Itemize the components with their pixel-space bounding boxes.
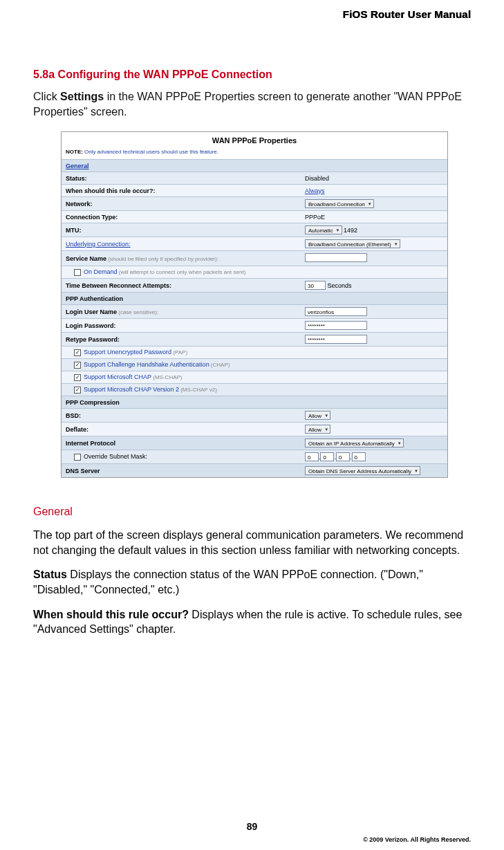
intro-bold: Settings (60, 91, 104, 102)
ip-header: Internet Protocol (62, 436, 301, 450)
status-bold: Status (33, 569, 67, 580)
pppcomp-header: PPP Compression (62, 396, 447, 409)
rpw-label: Retype Password: (62, 333, 301, 347)
dns-header: DNS Server (62, 464, 301, 478)
mtu-num: 1492 (344, 227, 357, 234)
note-text: Only advanced technical users should use… (83, 149, 218, 155)
osm-oct4[interactable]: 0 (352, 452, 366, 461)
reconnect-label: Time Between Reconnect Attempts: (62, 279, 301, 293)
general-subheading: General (33, 506, 471, 518)
screenshot-title: WAN PPPoE Properties (62, 132, 447, 147)
note-label: NOTE: (66, 149, 83, 155)
svcname-label: Service Name (66, 255, 106, 262)
network-select[interactable]: Broadband Connection (305, 199, 374, 208)
deflate-select[interactable]: Allow (305, 425, 330, 434)
status-label: Status: (62, 172, 301, 185)
login-input[interactable]: verizonfios (305, 307, 367, 316)
bsd-select[interactable]: Allow (305, 411, 330, 420)
mschap-label: Support Microsoft CHAP (84, 373, 151, 380)
pw-input[interactable]: ******** (305, 321, 367, 330)
mschap-checkbox[interactable]: ✓ (74, 374, 81, 381)
status-text: Displays the connection status of the WA… (33, 569, 423, 595)
rpw-input[interactable]: ******** (305, 335, 367, 344)
chap-checkbox[interactable]: ✓ (74, 362, 81, 369)
pppauth-header: PPP Authentication (62, 293, 447, 305)
copyright: © 2009 Verizon. All Rights Reserved. (363, 836, 471, 843)
osm-oct1[interactable]: 0 (305, 452, 319, 461)
chap-hint: (CHAP) (209, 362, 230, 368)
section-heading: 5.8a Configuring the WAN PPPoE Connectio… (33, 68, 471, 81)
pap-checkbox[interactable]: ✓ (74, 349, 81, 356)
ondemand-checkbox[interactable] (74, 269, 81, 276)
underlying-label[interactable]: Underlying Connection: (66, 241, 131, 248)
ondemand-label: On Demand (84, 268, 118, 275)
network-label: Network: (62, 197, 301, 211)
general-para: The top part of the screen displays gene… (33, 528, 471, 557)
rule-bold: When should this rule occur? (33, 609, 189, 620)
svcname-hint: (should be filled only if specified by p… (106, 256, 218, 262)
pap-hint: (PAP) (171, 349, 187, 355)
wan-pppoe-screenshot: WAN PPPoE Properties NOTE: Only advanced… (61, 131, 448, 478)
deflate-label: Deflate: (62, 423, 301, 436)
page-number: 89 (0, 821, 504, 832)
underlying-select[interactable]: Broadband Connection (Ethernet) (305, 239, 400, 248)
rule-para: When should this rule occur? Displays wh… (33, 607, 471, 637)
rule-label: When should this rule occur?: (62, 185, 301, 197)
mschap2-checkbox[interactable]: ✓ (74, 387, 81, 394)
reconnect-unit: Seconds (327, 282, 351, 289)
chap-label: Support Challenge Handshake Authenticati… (84, 361, 209, 368)
mtu-label: MTU: (62, 223, 301, 237)
ip-select[interactable]: Obtain an IP Address Automatically (305, 438, 404, 447)
rule-value-link[interactable]: Always (305, 187, 325, 194)
page-header-title: FiOS Router User Manual (33, 8, 471, 20)
bsd-label: BSD: (62, 409, 301, 423)
reconnect-input[interactable]: 30 (305, 281, 326, 290)
mtu-select[interactable]: Automatic (305, 225, 342, 234)
osm-oct2[interactable]: 0 (320, 452, 334, 461)
pw-label: Login Password: (62, 319, 301, 333)
login-hint: (case sensitive): (117, 309, 158, 315)
screenshot-container: WAN PPPoE Properties NOTE: Only advanced… (61, 131, 448, 478)
mschap2-label: Support Microsoft CHAP Version 2 (84, 386, 179, 393)
ctype-label: Connection Type: (62, 211, 301, 223)
general-header[interactable]: General (66, 163, 89, 169)
ondemand-hint: (will attempt to connect only when packe… (118, 269, 246, 275)
section-intro: Click Settings in the WAN PPPoE Properti… (33, 89, 471, 119)
osm-checkbox[interactable] (74, 454, 81, 461)
status-para: Status Displays the connection status of… (33, 567, 471, 597)
ctype-value: PPPoE (301, 211, 447, 223)
login-label: Login User Name (66, 308, 117, 315)
properties-table: General Status:Disabled When should this… (62, 159, 447, 477)
intro-pre: Click (33, 91, 60, 102)
osm-label: Override Subnet Mask: (84, 453, 147, 460)
mschap-hint: (MS-CHAP) (151, 374, 182, 380)
pap-label: Support Unencrypted Password (84, 349, 171, 355)
dns-select[interactable]: Obtain DNS Server Address Automatically (305, 466, 420, 475)
status-value: Disabled (301, 172, 447, 185)
mschap2-hint: (MS-CHAP v2) (179, 387, 217, 393)
screenshot-note: NOTE: Only advanced technical users shou… (62, 147, 447, 159)
osm-oct3[interactable]: 0 (336, 452, 350, 461)
svcname-input[interactable] (305, 253, 367, 262)
